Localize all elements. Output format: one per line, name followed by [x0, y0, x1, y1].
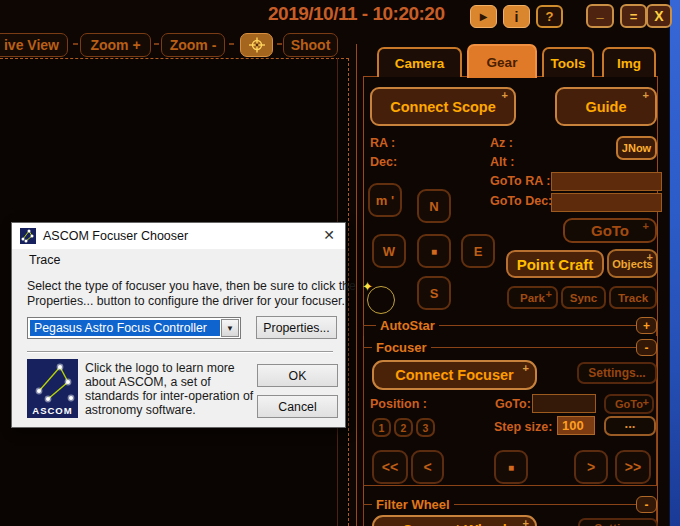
focuser-preset-3-button[interactable]: 3: [416, 418, 435, 437]
plus-badge: +: [643, 221, 649, 231]
plus-badge: +: [523, 363, 529, 373]
pad-north-button[interactable]: N: [417, 189, 451, 223]
wheel-settings-button[interactable]: Settings: [578, 518, 658, 526]
ascom-logo[interactable]: ASCOM: [27, 359, 78, 418]
shoot-button[interactable]: Shoot: [283, 33, 338, 57]
restore-button[interactable]: =: [620, 4, 647, 28]
combo-dropdown-button[interactable]: ▼: [221, 319, 239, 337]
toolbar-separator: [229, 43, 234, 45]
pad-south-button[interactable]: S: [417, 276, 451, 310]
zoom-out-button[interactable]: Zoom -: [161, 33, 225, 57]
focus-in-fast-button[interactable]: <<: [372, 450, 408, 484]
toolbar-separator: [154, 43, 159, 45]
info-text-line2: about ASCOM, a set of: [85, 375, 211, 389]
guide-button[interactable]: Guide +: [555, 87, 657, 126]
goto-dec-input[interactable]: [551, 193, 662, 212]
goto-mount-button[interactable]: GoTo +: [563, 218, 657, 243]
zoom-in-label: Zoom +: [90, 37, 140, 53]
tab-camera[interactable]: Camera: [377, 47, 462, 77]
stop-icon: ■: [431, 246, 437, 257]
focuser-preset-1-button[interactable]: 1: [372, 418, 391, 437]
dialog-separator: [27, 351, 333, 353]
shoot-label: Shoot: [291, 37, 331, 53]
focus-stop-button[interactable]: ■: [494, 450, 528, 484]
point-craft-button[interactable]: Point Craft: [506, 250, 604, 278]
connect-scope-label: Connect Scope: [390, 99, 496, 115]
filter-wheel-collapse-button[interactable]: -: [636, 496, 657, 513]
dec-label: Dec:: [370, 155, 397, 169]
goto-mount-label: GoTo: [591, 222, 629, 239]
left-arrow-icon: <: [423, 459, 431, 475]
focus-out-fast-button[interactable]: >>: [615, 450, 651, 484]
info-text-line3: standards for inter-operation of: [85, 389, 253, 403]
connect-scope-button[interactable]: Connect Scope +: [370, 87, 516, 126]
ra-label: RA :: [370, 136, 395, 150]
dialog-titlebar[interactable]: ASCOM Focuser Chooser ✕: [12, 223, 345, 249]
help-button[interactable]: ?: [536, 5, 563, 28]
info-icon: i: [515, 9, 519, 25]
goto-ra-label: GoTo RA :: [490, 174, 550, 188]
step-options-button[interactable]: ...: [604, 416, 656, 436]
play-button[interactable]: ▶: [470, 5, 497, 28]
zoom-in-button[interactable]: Zoom +: [80, 33, 151, 57]
connect-focuser-button[interactable]: Connect Focuser +: [372, 360, 537, 390]
ellipsis-icon: ...: [625, 416, 636, 431]
goto-dec-label: GoTo Dec:: [490, 194, 552, 208]
properties-button[interactable]: Properties...: [256, 316, 337, 339]
double-left-arrow-icon: <<: [382, 459, 398, 475]
focuser-collapse-button[interactable]: -: [636, 339, 657, 356]
focuser-driver-select[interactable]: Pegasus Astro Focus Controller ▼: [27, 317, 241, 339]
tab-img[interactable]: Img: [602, 47, 656, 77]
pad-stop-button[interactable]: ■: [417, 234, 451, 268]
live-view-label: ive View: [4, 37, 59, 53]
cancel-button[interactable]: Cancel: [257, 395, 338, 418]
focuser-settings-button[interactable]: Settings...: [577, 362, 657, 384]
position-label: Position :: [370, 397, 427, 411]
preset-2-label: 2: [401, 422, 407, 434]
crosshair-button[interactable]: [240, 33, 273, 57]
focuser-goto-button[interactable]: GoTo +: [604, 394, 654, 414]
pad-m-label: m ': [376, 193, 394, 208]
objects-button[interactable]: Objects +: [607, 249, 658, 278]
close-button[interactable]: X: [646, 4, 672, 28]
info-button[interactable]: i: [503, 5, 530, 28]
pad-south-label: S: [430, 286, 439, 301]
connect-wheel-button[interactable]: Connect Wheel +: [372, 515, 537, 526]
point-craft-label: Point Craft: [517, 256, 594, 273]
pad-east-button[interactable]: E: [461, 234, 495, 268]
focus-in-button[interactable]: <: [411, 450, 444, 484]
autostar-expand-button[interactable]: +: [636, 317, 657, 334]
dialog-title: ASCOM Focuser Chooser: [43, 229, 188, 243]
sync-button[interactable]: Sync: [561, 286, 606, 309]
help-icon: ?: [546, 9, 554, 24]
pad-m-button[interactable]: m ': [368, 183, 402, 217]
minimize-icon: _: [596, 5, 603, 20]
tab-camera-label: Camera: [395, 56, 445, 71]
focus-out-button[interactable]: >: [574, 450, 608, 484]
focuser-driver-selected-value: Pegasus Astro Focus Controller: [30, 320, 220, 336]
plus-badge: +: [647, 252, 653, 262]
live-view-button[interactable]: ive View: [0, 33, 68, 57]
goto-ra-input[interactable]: [551, 172, 662, 191]
focuser-goto-input[interactable]: [532, 394, 596, 413]
track-button[interactable]: Track: [609, 286, 657, 309]
tab-tools[interactable]: Tools: [542, 47, 594, 77]
step-size-input[interactable]: 100: [557, 416, 595, 435]
ok-button[interactable]: OK: [257, 364, 338, 387]
step-size-value: 100: [562, 418, 584, 433]
tab-gear-label: Gear: [487, 55, 518, 70]
ok-label: OK: [289, 369, 307, 383]
trace-menu[interactable]: Trace: [29, 253, 61, 267]
pad-west-button[interactable]: W: [372, 234, 406, 268]
park-button[interactable]: Park +: [507, 286, 558, 309]
preset-3-label: 3: [423, 422, 429, 434]
plus-badge: +: [546, 289, 552, 299]
tab-gear[interactable]: Gear: [467, 44, 537, 78]
jnow-button[interactable]: JNow: [616, 136, 657, 160]
minimize-button[interactable]: _: [586, 4, 614, 28]
focuser-preset-2-button[interactable]: 2: [394, 418, 413, 437]
pad-north-label: N: [429, 199, 438, 214]
park-label: Park: [520, 292, 545, 304]
dialog-close-icon[interactable]: ✕: [323, 227, 335, 243]
focuser-settings-label: Settings...: [588, 366, 645, 380]
